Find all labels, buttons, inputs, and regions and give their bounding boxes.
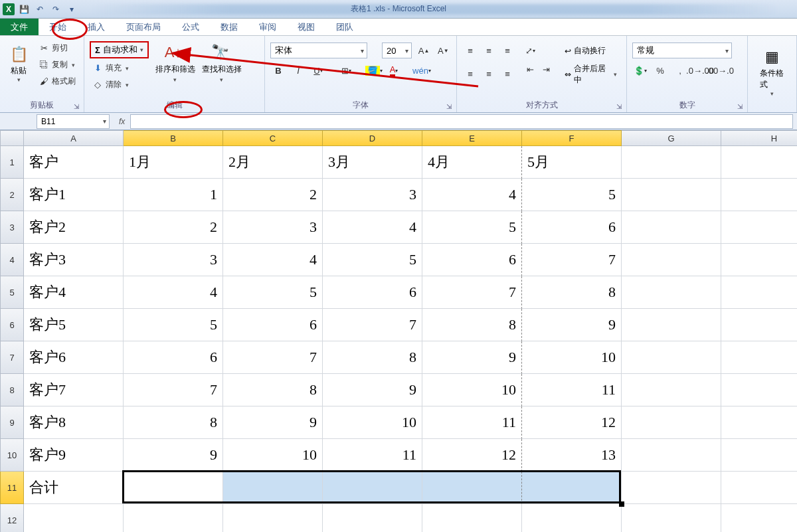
tab-review[interactable]: 审阅 bbox=[248, 19, 287, 35]
undo-button[interactable]: ↶ bbox=[33, 3, 46, 16]
cell-D12[interactable] bbox=[323, 504, 422, 532]
row-header-4[interactable]: 4 bbox=[0, 244, 24, 276]
formula-input[interactable] bbox=[130, 114, 793, 129]
col-header-C[interactable]: C bbox=[223, 130, 323, 146]
cell-C7[interactable]: 7 bbox=[223, 341, 323, 374]
cell-F4[interactable]: 7 bbox=[522, 244, 622, 276]
percent-button[interactable]: % bbox=[652, 62, 668, 78]
copy-button[interactable]: ⿻ 复制▾ bbox=[36, 58, 78, 72]
cell-B9[interactable]: 8 bbox=[124, 406, 223, 439]
cell-C2[interactable]: 2 bbox=[223, 179, 323, 211]
cell-G9[interactable] bbox=[622, 406, 721, 439]
cell-D10[interactable]: 11 bbox=[323, 439, 422, 472]
cell-C9[interactable]: 9 bbox=[223, 406, 323, 439]
cell-G6[interactable] bbox=[622, 309, 721, 341]
tab-page-layout[interactable]: 页面布局 bbox=[116, 19, 171, 35]
row-header-5[interactable]: 5 bbox=[0, 276, 24, 309]
tab-file[interactable]: 文件 bbox=[0, 19, 39, 35]
cell-F6[interactable]: 9 bbox=[522, 309, 622, 341]
row-header-9[interactable]: 9 bbox=[0, 406, 24, 439]
font-name-combo[interactable]: 宋体 bbox=[270, 43, 367, 58]
row-header-2[interactable]: 2 bbox=[0, 179, 24, 211]
cell-C4[interactable]: 4 bbox=[223, 244, 323, 276]
fx-icon[interactable]: fx bbox=[119, 117, 125, 126]
clipboard-launcher[interactable]: ⇲ bbox=[72, 102, 81, 111]
cell-H11[interactable] bbox=[721, 472, 797, 504]
cell-C10[interactable]: 10 bbox=[223, 439, 323, 472]
italic-button[interactable]: I bbox=[290, 62, 306, 78]
col-header-E[interactable]: E bbox=[422, 130, 522, 146]
cell-D7[interactable]: 8 bbox=[323, 341, 422, 374]
cell-E10[interactable]: 12 bbox=[422, 439, 522, 472]
cell-H9[interactable] bbox=[721, 406, 797, 439]
cell-A6[interactable]: 客户5 bbox=[24, 309, 124, 341]
cell-A8[interactable]: 客户7 bbox=[24, 374, 124, 406]
cell-H4[interactable] bbox=[721, 244, 797, 276]
cell-B6[interactable]: 5 bbox=[124, 309, 223, 341]
cell-E5[interactable]: 7 bbox=[422, 276, 522, 309]
col-header-B[interactable]: B bbox=[124, 130, 223, 146]
tab-data[interactable]: 数据 bbox=[210, 19, 248, 35]
align-center-button[interactable]: ≡ bbox=[481, 66, 497, 82]
row-header-11[interactable]: 11 bbox=[0, 472, 24, 504]
cell-F10[interactable]: 13 bbox=[522, 439, 622, 472]
col-header-F[interactable]: F bbox=[522, 130, 622, 146]
align-right-button[interactable]: ≡ bbox=[499, 66, 515, 82]
cell-E8[interactable]: 10 bbox=[422, 374, 522, 406]
col-header-D[interactable]: D bbox=[323, 130, 422, 146]
cell-E2[interactable]: 4 bbox=[422, 179, 522, 211]
select-all-corner[interactable] bbox=[0, 130, 24, 146]
wrap-text-button[interactable]: ↩ 自动换行 bbox=[561, 44, 621, 58]
col-header-H[interactable]: H bbox=[721, 130, 797, 146]
cell-G2[interactable] bbox=[622, 179, 721, 211]
cell-G12[interactable] bbox=[622, 504, 721, 532]
cell-G1[interactable] bbox=[622, 146, 721, 179]
cell-F8[interactable]: 11 bbox=[522, 374, 622, 406]
cell-B5[interactable]: 4 bbox=[124, 276, 223, 309]
paste-button[interactable]: 📋 粘贴 ▾ bbox=[5, 39, 32, 88]
cell-E12[interactable] bbox=[422, 504, 522, 532]
align-middle-button[interactable]: ≡ bbox=[481, 43, 497, 58]
format-painter-button[interactable]: 🖌 格式刷 bbox=[36, 74, 78, 88]
row-header-3[interactable]: 3 bbox=[0, 211, 24, 244]
sort-filter-button[interactable]: A↓ 排序和筛选 ▾ bbox=[155, 44, 195, 92]
align-left-button[interactable]: ≡ bbox=[462, 66, 478, 82]
decrease-indent-button[interactable]: ⇤ bbox=[522, 61, 538, 77]
border-button[interactable]: ⊞▾ bbox=[338, 62, 354, 78]
cell-G11[interactable] bbox=[622, 472, 721, 504]
cell-G3[interactable] bbox=[622, 211, 721, 244]
cell-A5[interactable]: 客户4 bbox=[24, 276, 124, 309]
cell-A3[interactable]: 客户2 bbox=[24, 211, 124, 244]
cell-B7[interactable]: 6 bbox=[124, 341, 223, 374]
cell-E6[interactable]: 8 bbox=[422, 309, 522, 341]
tab-team[interactable]: 团队 bbox=[325, 19, 364, 35]
cell-A9[interactable]: 客户8 bbox=[24, 406, 124, 439]
row-header-12[interactable]: 12 bbox=[0, 504, 24, 532]
cell-A1[interactable]: 客户 bbox=[24, 146, 124, 179]
cell-D8[interactable]: 9 bbox=[323, 374, 422, 406]
cell-F2[interactable]: 5 bbox=[522, 179, 622, 211]
cell-C3[interactable]: 3 bbox=[223, 211, 323, 244]
cell-A11[interactable]: 合计 bbox=[24, 472, 124, 504]
cell-D1[interactable]: 3月 bbox=[323, 146, 422, 179]
cell-H3[interactable] bbox=[721, 211, 797, 244]
cell-A7[interactable]: 客户6 bbox=[24, 341, 124, 374]
tab-home[interactable]: 开始 bbox=[39, 19, 77, 35]
cell-H12[interactable] bbox=[721, 504, 797, 532]
cell-F1[interactable]: 5月 bbox=[522, 146, 622, 179]
col-header-A[interactable]: A bbox=[24, 130, 124, 146]
number-format-combo[interactable]: 常规 bbox=[632, 43, 732, 58]
row-header-1[interactable]: 1 bbox=[0, 146, 24, 179]
phonetic-button[interactable]: wén▾ bbox=[414, 62, 430, 78]
cell-G5[interactable] bbox=[622, 276, 721, 309]
cell-D5[interactable]: 6 bbox=[323, 276, 422, 309]
font-launcher[interactable]: ⇲ bbox=[444, 102, 454, 111]
cell-D11[interactable] bbox=[323, 472, 422, 504]
cell-C6[interactable]: 6 bbox=[223, 309, 323, 341]
orientation-button[interactable]: ⤢▾ bbox=[522, 43, 538, 58]
cell-G10[interactable] bbox=[622, 439, 721, 472]
fill-color-button[interactable]: 🪣▾ bbox=[366, 62, 382, 78]
row-header-7[interactable]: 7 bbox=[0, 341, 24, 374]
autosum-button[interactable]: Σ 自动求和 ▾ bbox=[90, 41, 149, 58]
cell-E7[interactable]: 9 bbox=[422, 341, 522, 374]
